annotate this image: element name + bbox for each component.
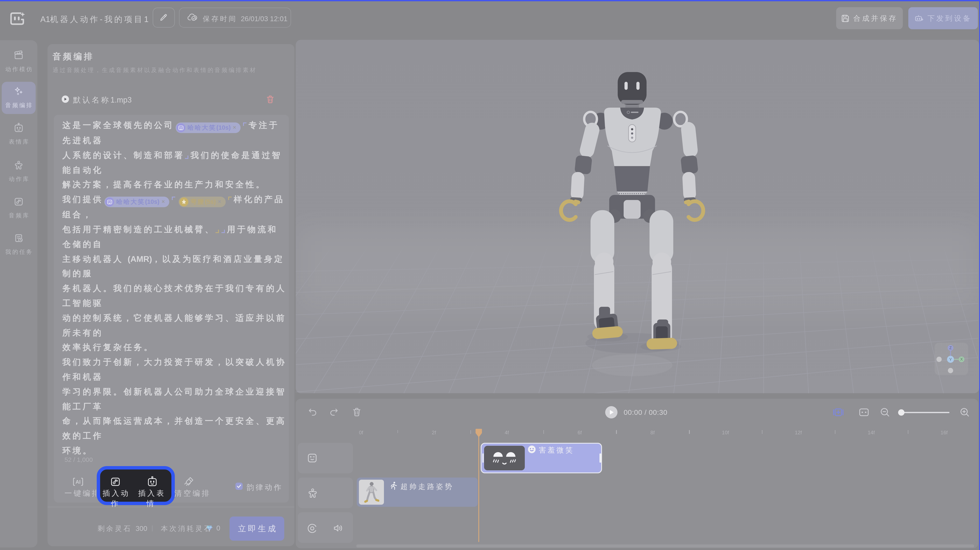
svg-text:Z: Z	[950, 346, 952, 350]
svg-text:Y: Y	[949, 357, 952, 361]
svg-text:X: X	[960, 357, 963, 361]
svg-text:AI: AI	[75, 479, 81, 485]
